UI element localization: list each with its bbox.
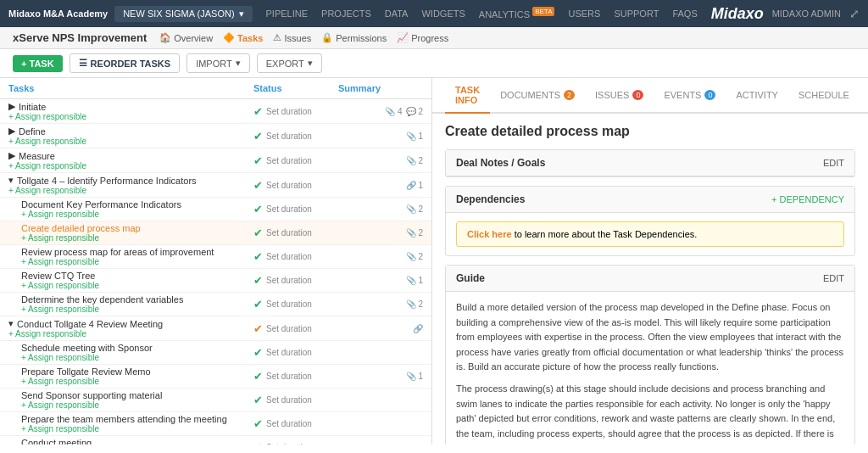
task-row[interactable]: Schedule meeting with Sponsor + Assign r…: [0, 341, 431, 365]
task-row[interactable]: ▾ Tollgate 4 – Identify Performance Indi…: [0, 173, 431, 198]
task-assign[interactable]: + Assign responsible: [8, 329, 253, 338]
task-row[interactable]: Create detailed process map + Assign res…: [0, 221, 431, 245]
task-assign[interactable]: + Assign responsible: [21, 305, 253, 314]
task-name[interactable]: Send Sponsor supporting material: [21, 390, 253, 400]
task-row[interactable]: Send Sponsor supporting material + Assig…: [0, 389, 431, 412]
task-name[interactable]: ▶ Measure: [8, 150, 253, 161]
nav-permissions[interactable]: 🔒 Permissions: [321, 32, 387, 43]
section-header: Dependencies + DEPENDENCY: [446, 187, 854, 213]
task-row[interactable]: ▾ Conduct Tollgate 4 Review Meeting + As…: [0, 316, 431, 341]
reorder-tasks-button[interactable]: ☰ REORDER TASKS: [70, 53, 181, 73]
task-name[interactable]: Conduct meeting: [21, 438, 253, 445]
nav-projects[interactable]: PROJECTS: [321, 8, 371, 19]
status-text: Set duration: [266, 324, 312, 333]
documents-badge: 2: [564, 90, 575, 100]
status-text: Set duration: [266, 419, 312, 428]
edit-button[interactable]: EDIT: [823, 158, 844, 168]
section-title: Guide: [456, 272, 485, 284]
nav-tasks[interactable]: 🔶 Tasks: [223, 32, 263, 43]
status-check-icon: ✔: [253, 154, 263, 167]
nav-progress[interactable]: 📈 Progress: [397, 32, 448, 43]
task-row[interactable]: ▶ Define + Assign responsible ✔ Set dura…: [0, 124, 431, 148]
task-name[interactable]: Determine the key dependent variables: [21, 294, 253, 305]
task-assign[interactable]: + Assign responsible: [21, 424, 253, 433]
task-row[interactable]: Determine the key dependent variables + …: [0, 293, 431, 316]
guide-paragraph-2: The process drawing(s) at this stage sho…: [456, 382, 844, 445]
task-name[interactable]: ▾ Conduct Tollgate 4 Review Meeting: [8, 318, 253, 329]
task-row[interactable]: Document Key Performance Indicators + As…: [0, 198, 431, 221]
project-selector[interactable]: NEW SIX SIGMA (JASON) ▾: [114, 6, 252, 22]
nav-widgets[interactable]: WIDGETS: [421, 8, 465, 19]
section-title: Dependencies: [456, 193, 525, 205]
add-dependency-button[interactable]: + DEPENDENCY: [771, 194, 844, 204]
nav-left: Midaxo M&A Academy NEW SIX SIGMA (JASON)…: [8, 6, 253, 22]
task-row[interactable]: Prepare the team members attending the m…: [0, 412, 431, 436]
task-summary-cell: 📎 1: [338, 131, 423, 141]
task-name[interactable]: Create detailed process map: [21, 223, 253, 233]
nav-overview[interactable]: 🏠 Overview: [159, 32, 213, 43]
dependency-text: to learn more about the Task Dependencie…: [515, 229, 698, 239]
chevron-right-icon: ▶: [8, 150, 15, 161]
task-assign[interactable]: + Assign responsible: [8, 161, 253, 171]
status-check-icon: ✔: [253, 203, 263, 215]
tab-activity[interactable]: ACTIVITY: [726, 78, 788, 114]
status-check-icon: ✔: [253, 250, 263, 263]
chevron-down-icon: ▾: [8, 318, 14, 329]
task-assign[interactable]: + Assign responsible: [21, 400, 253, 410]
nav-right: Midaxo MIDAXO ADMIN ⤢: [711, 5, 860, 23]
nav-pipeline[interactable]: PIPELINE: [266, 8, 309, 19]
task-assign[interactable]: + Assign responsible: [21, 281, 253, 290]
expand-icon[interactable]: ⤢: [849, 7, 860, 20]
tab-schedule[interactable]: SCHEDULE: [788, 78, 860, 114]
dependency-link[interactable]: Click here: [467, 229, 512, 239]
task-row[interactable]: ▶ Initiate + Assign responsible ✔ Set du…: [0, 99, 431, 124]
tab-documents[interactable]: DOCUMENTS 2: [490, 78, 585, 114]
task-name[interactable]: Review process map for areas of improvem…: [21, 247, 253, 257]
nav-issues[interactable]: ⚠ Issues: [273, 32, 311, 43]
task-row[interactable]: Conduct meeting + Assign responsible ✔ S…: [0, 436, 431, 445]
import-button[interactable]: IMPORT ▾: [186, 53, 250, 73]
section-body: Click here to learn more about the Task …: [446, 213, 854, 255]
nav-analytics[interactable]: ANALYTICS BETA: [479, 8, 555, 20]
task-assign[interactable]: + Assign responsible: [21, 353, 253, 362]
task-summary-cell: 📎 2: [338, 252, 423, 261]
task-status-cell: ✔ Set duration: [253, 346, 338, 359]
task-name[interactable]: ▶ Define: [8, 126, 253, 137]
task-name[interactable]: Prepare Tollgate Review Memo: [21, 366, 253, 377]
task-row[interactable]: ▶ Measure + Assign responsible ✔ Set dur…: [0, 148, 431, 173]
task-name[interactable]: Review CTQ Tree: [21, 271, 253, 281]
add-task-button[interactable]: + TASK: [13, 55, 63, 72]
guide-edit-button[interactable]: EDIT: [823, 273, 844, 283]
tab-issues[interactable]: ISSUES 0: [585, 78, 654, 114]
nav-data[interactable]: DATA: [385, 8, 409, 19]
task-assign[interactable]: + Assign responsible: [21, 377, 253, 386]
task-assign[interactable]: + Assign responsible: [21, 210, 253, 219]
task-assign[interactable]: + Assign responsible: [21, 257, 253, 266]
admin-button[interactable]: MIDAXO ADMIN: [772, 8, 841, 19]
nav-faqs[interactable]: FAQS: [672, 8, 697, 19]
right-content: Create detailed process map Deal Notes /…: [432, 114, 868, 445]
task-name[interactable]: Schedule meeting with Sponsor: [21, 343, 253, 353]
task-assign[interactable]: + Assign responsible: [8, 137, 253, 146]
task-row[interactable]: Prepare Tollgate Review Memo + Assign re…: [0, 365, 431, 389]
nav-support[interactable]: SUPPORT: [614, 8, 659, 19]
task-row[interactable]: Review CTQ Tree + Assign responsible ✔ S…: [0, 269, 431, 293]
export-button[interactable]: EXPORT ▾: [257, 53, 322, 73]
nav-users[interactable]: USERS: [568, 8, 600, 19]
task-assign[interactable]: + Assign responsible: [8, 112, 253, 121]
midaxo-brand: Midaxo: [711, 5, 764, 23]
task-name[interactable]: ▶ Initiate: [8, 101, 253, 112]
task-assign[interactable]: + Assign responsible: [21, 233, 253, 243]
reorder-icon: ☰: [79, 58, 87, 69]
task-panel: Tasks Status Summary ▶ Initiate + Assign…: [0, 78, 432, 445]
task-assign[interactable]: + Assign responsible: [8, 186, 253, 195]
tab-events[interactable]: EVENTS 0: [654, 78, 726, 114]
col-tasks: Tasks: [8, 83, 253, 93]
task-name[interactable]: Document Key Performance Indicators: [21, 199, 253, 210]
task-name[interactable]: ▾ Tollgate 4 – Identify Performance Indi…: [8, 175, 253, 186]
task-name[interactable]: Prepare the team members attending the m…: [21, 414, 253, 424]
lock-icon: 🔒: [321, 32, 333, 43]
tab-task-info[interactable]: TASK INFO: [445, 78, 490, 114]
task-row[interactable]: Review process map for areas of improvem…: [0, 245, 431, 269]
attachment-count: 📎 1: [406, 372, 423, 381]
